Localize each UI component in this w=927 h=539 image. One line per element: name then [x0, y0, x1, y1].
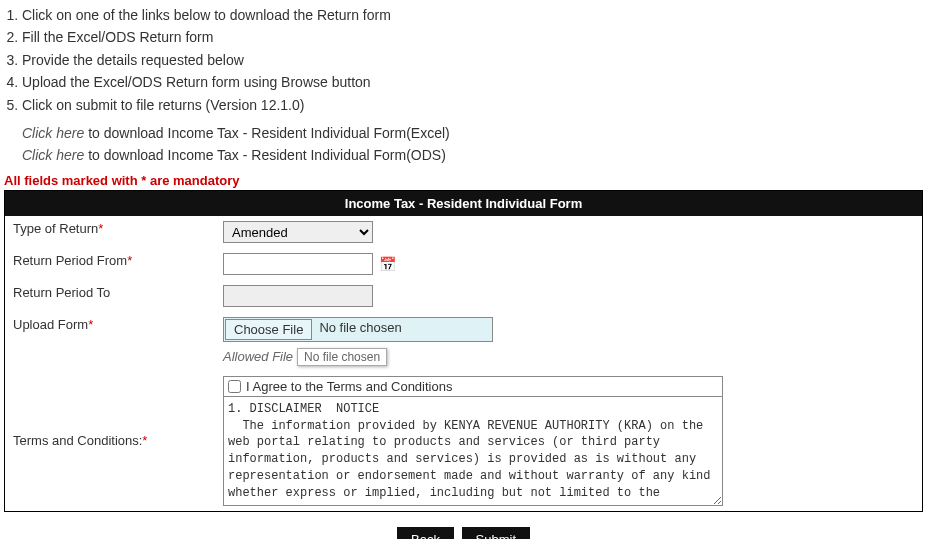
file-input[interactable]: Choose File No file chosen: [223, 317, 493, 342]
type-of-return-label: Type of Return: [13, 221, 98, 236]
download-ods-link[interactable]: Click here: [22, 147, 84, 163]
instruction-item: Fill the Excel/ODS Return form: [22, 26, 923, 48]
return-from-label: Return Period From: [13, 253, 127, 268]
allowed-file-label: Allowed File: [223, 349, 293, 364]
upload-form-label: Upload Form: [13, 317, 88, 332]
instruction-item: Upload the Excel/ODS Return form using B…: [22, 71, 923, 93]
instruction-item: Click on one of the links below to downl…: [22, 4, 923, 26]
submit-button[interactable]: Submit: [462, 527, 530, 539]
form-title: Income Tax - Resident Individual Form: [5, 191, 922, 216]
calendar-icon[interactable]: 📅: [379, 256, 396, 272]
download-excel-link[interactable]: Click here: [22, 125, 84, 141]
instruction-item: Provide the details requested below: [22, 49, 923, 71]
form-container: Income Tax - Resident Individual Form Ty…: [4, 190, 923, 512]
terms-textarea[interactable]: 1. DISCLAIMER NOTICE The information pro…: [223, 396, 723, 506]
choose-file-button[interactable]: Choose File: [225, 319, 312, 340]
download-excel-desc: to download Income Tax - Resident Indivi…: [84, 125, 449, 141]
mandatory-note: All fields marked with * are mandatory: [4, 173, 923, 188]
download-ods-desc: to download Income Tax - Resident Indivi…: [84, 147, 446, 163]
instruction-list: Click on one of the links below to downl…: [4, 4, 923, 116]
file-tooltip: No file chosen: [297, 348, 387, 366]
return-to-label: Return Period To: [13, 285, 110, 300]
file-status: No file chosen: [313, 318, 407, 341]
instruction-item: Click on submit to file returns (Version…: [22, 94, 923, 116]
agree-checkbox[interactable]: [228, 380, 241, 393]
return-from-input[interactable]: [223, 253, 373, 275]
terms-label: Terms and Conditions:: [13, 433, 142, 448]
return-to-input: [223, 285, 373, 307]
back-button[interactable]: Back: [397, 527, 454, 539]
agree-label: I Agree to the Terms and Conditions: [246, 379, 452, 394]
download-links: Click here to download Income Tax - Resi…: [4, 122, 923, 167]
type-of-return-select[interactable]: Amended: [223, 221, 373, 243]
